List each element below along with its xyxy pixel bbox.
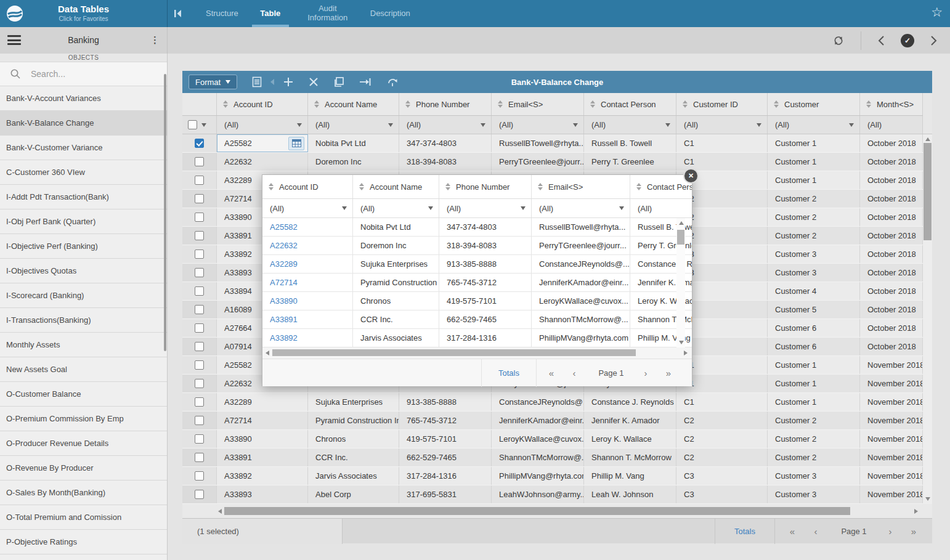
popup-cell-account-id[interactable]: A25582 bbox=[262, 218, 353, 236]
sort-icon[interactable] bbox=[538, 183, 543, 190]
sidebar-item[interactable]: Monthly Assets bbox=[0, 333, 167, 357]
row-checkbox[interactable] bbox=[195, 323, 204, 333]
table-row[interactable]: A32289 Sujuka Enterprises 913-385-8888 C… bbox=[182, 393, 923, 412]
column-header-customer-id[interactable]: Customer ID bbox=[676, 93, 768, 115]
row-select-cell[interactable] bbox=[182, 319, 217, 337]
scroll-left-icon[interactable] bbox=[218, 509, 222, 514]
column-header-account-id[interactable]: Account ID bbox=[217, 93, 308, 115]
sort-icon[interactable] bbox=[359, 183, 364, 190]
column-header-email[interactable]: Email<S> bbox=[492, 93, 584, 115]
drill-grid-icon[interactable] bbox=[288, 137, 304, 150]
popup-column-contact[interactable]: Contact Person bbox=[630, 175, 692, 198]
popup-cell-account-id[interactable]: A32289 bbox=[262, 255, 353, 273]
popup-column-phone[interactable]: Phone Number bbox=[439, 175, 532, 198]
horizontal-scrollbar[interactable] bbox=[182, 504, 932, 518]
filter-phone[interactable]: (All) bbox=[399, 116, 492, 134]
popup-horizontal-scrollbar[interactable] bbox=[262, 347, 692, 359]
popup-vertical-scrollbar[interactable] bbox=[676, 218, 685, 347]
sidebar-item[interactable]: O-Sales By Month(Banking) bbox=[0, 481, 167, 505]
row-checkbox[interactable] bbox=[195, 176, 204, 185]
add-row-icon[interactable] bbox=[283, 76, 294, 87]
scroll-up-icon[interactable] bbox=[925, 137, 930, 141]
table-row[interactable]: A22632 Doremon Inc 318-394-8083 PerryTGr… bbox=[182, 153, 923, 171]
cell-account-id[interactable]: A33891 bbox=[217, 448, 308, 466]
search-input[interactable] bbox=[30, 68, 147, 79]
tab[interactable]: Structure bbox=[197, 0, 247, 27]
sort-icon[interactable] bbox=[636, 183, 641, 190]
back-chevron-icon[interactable] bbox=[877, 35, 886, 46]
table-row[interactable]: A33892 Jarvis Associates 317-284-1316 Ph… bbox=[182, 467, 923, 485]
popup-totals-button[interactable]: Totals bbox=[481, 359, 537, 387]
row-checkbox[interactable] bbox=[195, 360, 204, 370]
sidebar-item[interactable]: O-Premium Commission By Emp bbox=[0, 407, 167, 431]
favorite-star-icon[interactable]: ☆ bbox=[931, 5, 943, 20]
cell-account-id[interactable]: A33893 bbox=[217, 485, 308, 503]
row-checkbox[interactable] bbox=[195, 416, 204, 425]
format-button[interactable]: Format bbox=[189, 75, 237, 89]
popup-prev-page-button[interactable]: ‹ bbox=[566, 359, 583, 387]
sort-icon[interactable] bbox=[774, 100, 779, 108]
row-checkbox[interactable] bbox=[195, 434, 204, 444]
filter-account-name[interactable]: (All) bbox=[308, 116, 399, 134]
row-checkbox[interactable] bbox=[195, 490, 204, 499]
filter-customer-id[interactable]: (All) bbox=[676, 116, 768, 134]
table-row[interactable]: A33890 Chronos 419-575-7101 LeroyKWallac… bbox=[182, 430, 923, 448]
popup-row[interactable]: A25582 Nobita Pvt Ltd 347-374-4803 Russe… bbox=[262, 218, 692, 237]
hamburger-menu-icon[interactable] bbox=[7, 35, 21, 45]
forward-chevron-icon[interactable] bbox=[929, 35, 938, 46]
sort-icon[interactable] bbox=[445, 183, 450, 190]
cell-account-id[interactable]: A32289 bbox=[217, 393, 308, 411]
sidebar-item[interactable]: O-Producer Revenue Details bbox=[0, 431, 167, 456]
scroll-down-icon[interactable] bbox=[925, 497, 930, 501]
refresh-icon[interactable] bbox=[832, 34, 845, 47]
scrollbar-thumb[interactable] bbox=[224, 507, 850, 515]
popup-next-page-button[interactable]: › bbox=[637, 359, 654, 387]
row-checkbox[interactable] bbox=[195, 397, 204, 407]
sidebar-item[interactable]: I-Obj Perf Bank (Quarter) bbox=[0, 209, 167, 234]
sidebar-item[interactable]: O-Revenue By Producer bbox=[0, 456, 167, 481]
sort-icon[interactable] bbox=[223, 100, 228, 108]
column-header-phone[interactable]: Phone Number bbox=[399, 93, 492, 115]
column-header-customer[interactable]: Customer bbox=[768, 93, 860, 115]
sidebar-item[interactable]: New Assets Goal bbox=[0, 357, 167, 382]
kebab-menu-icon[interactable]: ⋮ bbox=[150, 34, 160, 46]
sidebar-search[interactable] bbox=[0, 62, 167, 86]
popup-filter-contact[interactable]: (All) bbox=[630, 199, 692, 217]
sort-icon[interactable] bbox=[405, 100, 410, 108]
list-view-icon[interactable] bbox=[252, 76, 262, 87]
popup-filter-account-id[interactable]: (All) bbox=[262, 199, 353, 217]
row-select-cell[interactable] bbox=[182, 412, 217, 429]
popup-row[interactable]: A72714 Pyramid Construction Inc. 765-745… bbox=[262, 274, 692, 292]
scroll-right-icon[interactable] bbox=[684, 351, 688, 355]
popup-cell-account-id[interactable]: A72714 bbox=[262, 274, 353, 291]
sort-icon[interactable] bbox=[498, 100, 503, 108]
table-row[interactable]: A25582 Nobita Pvt Ltd 347-374-4803 Russe… bbox=[182, 134, 923, 153]
filter-email[interactable]: (All) bbox=[492, 116, 584, 134]
sidebar-item[interactable]: I-Objective Perf (Banking) bbox=[0, 234, 167, 259]
copy-icon[interactable] bbox=[333, 76, 344, 87]
row-select-cell[interactable] bbox=[182, 338, 217, 355]
sidebar-item[interactable]: Bank-V-Account Variances bbox=[0, 86, 167, 111]
sort-icon[interactable] bbox=[590, 100, 595, 108]
vertical-scrollbar[interactable] bbox=[923, 134, 932, 504]
prev-page-button[interactable]: ‹ bbox=[806, 519, 825, 544]
row-checkbox[interactable] bbox=[195, 379, 204, 388]
row-checkbox[interactable] bbox=[195, 342, 204, 351]
sync-data-icon[interactable] bbox=[386, 76, 399, 87]
tab[interactable]: Table bbox=[247, 0, 294, 27]
popup-cell-account-id[interactable]: A33892 bbox=[262, 329, 353, 347]
row-select-cell[interactable] bbox=[182, 375, 217, 392]
chevron-down-icon[interactable] bbox=[201, 123, 206, 127]
sort-icon[interactable] bbox=[314, 100, 319, 108]
cell-account-id[interactable]: A25582 bbox=[217, 134, 308, 152]
popup-cell-account-id[interactable]: A22632 bbox=[262, 237, 353, 254]
sidebar-item[interactable]: C-Customer 360 VIew bbox=[0, 160, 167, 185]
close-icon[interactable]: ✕ bbox=[683, 168, 699, 184]
sidebar-item[interactable]: O-Total Premium and Comission bbox=[0, 505, 167, 530]
sidebar-item[interactable]: P-Objective Ratings bbox=[0, 530, 167, 554]
scrollbar-thumb[interactable] bbox=[924, 143, 932, 240]
table-row[interactable]: A72714 Pyramid Construction Inc. 765-745… bbox=[182, 412, 923, 430]
sort-icon[interactable] bbox=[269, 183, 274, 190]
popup-filter-account-name[interactable]: (All) bbox=[353, 199, 439, 217]
select-all-cell[interactable] bbox=[182, 116, 217, 134]
